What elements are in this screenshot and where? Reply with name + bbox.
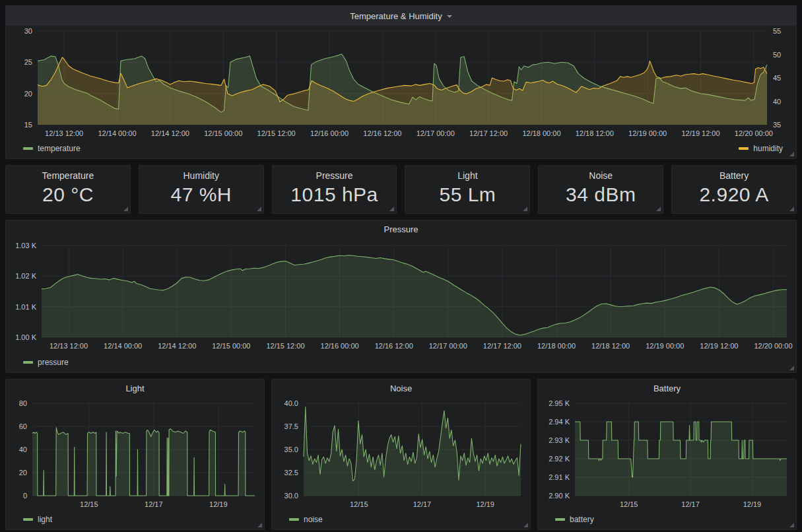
svg-text:12/14 00:00: 12/14 00:00 [104,342,142,350]
svg-text:12/16 12:00: 12/16 12:00 [363,129,401,137]
panel-title-noise[interactable]: Noise [272,380,530,397]
legend-item-noise[interactable]: noise [289,515,323,524]
svg-text:2.90 K: 2.90 K [549,492,570,500]
svg-text:30: 30 [24,27,32,35]
panel-resize-handle[interactable] [257,523,262,527]
legend-row: temperature humidity [6,142,796,158]
legend-row: battery [538,513,796,529]
legend-item-humidity[interactable]: humidity [739,144,783,153]
panel-title-light[interactable]: Light [6,380,264,397]
svg-text:1.00 K: 1.00 K [15,333,36,341]
svg-text:12/14 12:00: 12/14 12:00 [151,129,189,137]
stat-title: Pressure [316,170,353,181]
svg-text:12/16 12:00: 12/16 12:00 [375,342,413,350]
svg-text:12/19 00:00: 12/19 00:00 [646,342,684,350]
panel-resize-handle[interactable] [523,207,527,211]
panel-resize-handle[interactable] [789,366,794,370]
legend-label: noise [304,515,323,524]
stat-value: 1015 hPa [290,181,378,213]
noise-chart[interactable]: 12/1512/1712/1940.037.535.032.530.0 [272,397,530,513]
svg-text:45: 45 [773,74,781,82]
series-color-dash [289,518,299,521]
svg-text:12/18 00:00: 12/18 00:00 [537,342,576,350]
stat-title: Light [457,170,477,181]
svg-text:35.0: 35.0 [284,446,298,453]
svg-text:2.91 K: 2.91 K [549,473,570,481]
svg-text:12/19: 12/19 [476,500,494,508]
battery-chart[interactable]: 12/1512/1712/192.95 K2.94 K2.93 K2.92 K2… [538,397,796,513]
svg-text:12/19 00:00: 12/19 00:00 [628,129,667,137]
svg-text:15: 15 [24,121,32,129]
panel-pressure: Pressure 12/13 12:0012/14 00:0012/14 12:… [5,220,797,373]
svg-text:12/15 00:00: 12/15 00:00 [204,129,242,137]
svg-text:25: 25 [24,58,32,66]
svg-text:12/18 12:00: 12/18 12:00 [576,129,614,137]
panel-header-temperature-humidity[interactable]: Temperature & Humidity [6,6,796,26]
svg-text:12/13 12:00: 12/13 12:00 [45,129,83,137]
panel-resize-handle[interactable] [656,207,661,211]
svg-text:12/17: 12/17 [145,500,163,508]
svg-text:35: 35 [773,121,781,129]
svg-text:2.94 K: 2.94 K [549,418,570,426]
svg-text:12/15: 12/15 [350,500,368,508]
legend-row: light [6,513,264,529]
legend-label: temperature [38,144,81,153]
legend-label: light [38,515,52,524]
svg-text:12/19: 12/19 [209,500,228,508]
legend-row: pressure [6,356,796,372]
svg-text:12/17 00:00: 12/17 00:00 [417,129,455,137]
legend-label: pressure [38,358,69,367]
svg-text:12/18 12:00: 12/18 12:00 [591,342,630,350]
svg-text:20: 20 [24,90,32,98]
svg-text:12/14 00:00: 12/14 00:00 [98,129,136,137]
svg-text:12/19: 12/19 [743,500,762,508]
svg-text:12/17 00:00: 12/17 00:00 [429,342,467,350]
stat-title: Noise [589,170,613,181]
panel-resize-handle[interactable] [389,207,394,211]
series-color-dash [555,518,565,521]
svg-text:12/19 12:00: 12/19 12:00 [681,129,719,137]
svg-text:12/17 12:00: 12/17 12:00 [483,342,521,350]
chevron-down-icon[interactable] [447,15,452,18]
stat-panel-temperature[interactable]: Temperature 20 °C [5,165,131,214]
panel-resize-handle[interactable] [789,523,794,527]
panel-resize-handle[interactable] [123,207,128,211]
svg-text:12/15 00:00: 12/15 00:00 [212,342,250,350]
stat-row: Temperature 20 °C Humidity 47 %H Pressur… [5,165,797,214]
series-color-dash [23,361,33,364]
svg-text:12/14 12:00: 12/14 12:00 [158,342,196,350]
panel-resize-handle[interactable] [789,152,794,156]
stat-value: 20 °C [42,181,94,213]
panel-resize-handle[interactable] [789,207,794,211]
legend-item-pressure[interactable]: pressure [23,358,69,367]
temp-humidity-chart[interactable]: 12/13 12:0012/14 00:0012/14 12:0012/15 0… [6,26,796,142]
legend-item-light[interactable]: light [23,515,52,524]
stat-title: Humidity [184,170,219,181]
svg-text:37.5: 37.5 [284,422,298,430]
svg-text:1.03 K: 1.03 K [15,242,36,249]
stat-panel-light[interactable]: Light 55 Lm [405,165,530,214]
stat-panel-humidity[interactable]: Humidity 47 %H [139,165,264,214]
pressure-chart[interactable]: 12/13 12:0012/14 00:0012/14 12:0012/15 0… [6,238,796,356]
stat-panel-battery[interactable]: Battery 2.920 A [671,165,797,214]
panel-resize-handle[interactable] [257,207,261,211]
stat-panel-noise[interactable]: Noise 34 dBm [538,165,663,214]
svg-text:32.5: 32.5 [284,469,298,477]
svg-text:12/17 12:00: 12/17 12:00 [469,129,508,137]
stat-panel-pressure[interactable]: Pressure 1015 hPa [272,165,397,214]
panel-resize-handle[interactable] [523,523,528,527]
panel-battery: Battery 12/1512/1712/192.95 K2.94 K2.93 … [537,379,797,530]
legend-item-temperature[interactable]: temperature [23,144,81,153]
panel-title-battery[interactable]: Battery [538,380,796,397]
stat-title: Temperature [42,170,94,181]
svg-text:55: 55 [773,27,781,35]
svg-text:1.01 K: 1.01 K [15,303,36,311]
svg-text:12/17: 12/17 [413,500,432,508]
svg-text:30.0: 30.0 [284,492,298,500]
legend-item-battery[interactable]: battery [555,515,594,524]
light-chart[interactable]: 12/1512/1712/19806040200 [6,397,264,513]
series-color-dash [739,147,749,150]
panel-title-pressure[interactable]: Pressure [6,220,796,238]
svg-text:12/13 12:00: 12/13 12:00 [50,342,88,350]
svg-text:40.0: 40.0 [284,399,298,407]
